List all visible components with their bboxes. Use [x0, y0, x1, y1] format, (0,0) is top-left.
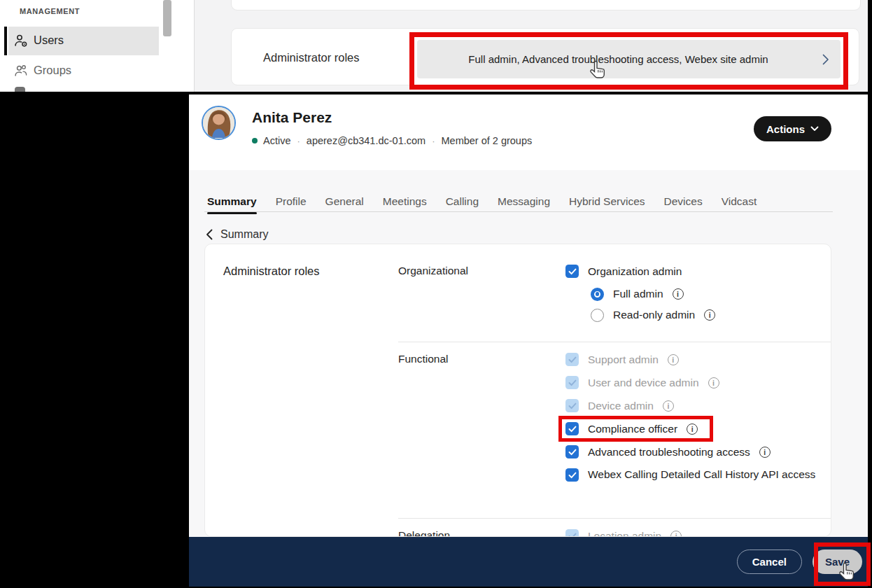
checkbox-webex-calling-detailed-call-history-api-access[interactable]: [565, 468, 579, 482]
chevron-down-icon: [810, 126, 819, 132]
option-label: Advanced troubleshooting access: [588, 446, 750, 458]
user-email: aperez@cb341.dc-01.com: [307, 135, 426, 146]
highlight-box-compliance-officer: [558, 416, 713, 442]
tab-meetings[interactable]: Meetings: [383, 195, 427, 211]
checkbox-support-admin[interactable]: [565, 353, 579, 366]
checkbox-row-location-admin: Location admini: [565, 524, 831, 537]
user-name: Anita Perez: [252, 109, 332, 126]
group-label: Delegation: [398, 524, 565, 537]
option-label: User and device admin: [588, 377, 699, 389]
checkbox-row-organization-admin: Organization admin: [565, 260, 831, 283]
radio-row-full-admin: Full admini: [591, 284, 831, 304]
info-icon[interactable]: i: [704, 309, 715, 321]
separator-dot: ·: [297, 136, 300, 146]
checkbox-device-admin[interactable]: [565, 399, 579, 412]
sidebar-scrollbar-thumb[interactable]: [163, 0, 171, 36]
option-label: Read-only admin: [613, 309, 695, 321]
tab-devices[interactable]: Devices: [664, 195, 703, 211]
tab-calling[interactable]: Calling: [446, 195, 479, 211]
separator-dot: ·: [432, 136, 435, 146]
tab-profile[interactable]: Profile: [276, 195, 307, 211]
groups-icon: [14, 64, 27, 77]
form-group-functional: FunctionalSupport adminiUser and device …: [398, 348, 831, 501]
section-divider: [398, 342, 831, 342]
sidebar-item-label: Groups: [34, 64, 71, 77]
sidebar-item-groups[interactable]: Groups: [0, 56, 162, 85]
option-label: Webex Calling Detailed Call History API …: [588, 468, 831, 482]
checkbox-row-compliance-officer: Compliance officeri: [565, 417, 831, 440]
checkbox-location-admin[interactable]: [565, 529, 579, 537]
checkbox-row-support-admin: Support admini: [565, 348, 831, 371]
administrator-roles-card: Administrator roles OrganizationalOrgani…: [204, 244, 831, 537]
info-icon[interactable]: i: [663, 400, 674, 412]
info-icon[interactable]: i: [668, 354, 679, 365]
section-divider: [398, 518, 831, 519]
user-settings-icon: [14, 34, 27, 47]
sidebar-item-selected-background: [8, 27, 159, 55]
tab-general[interactable]: General: [325, 195, 364, 211]
option-label: Organization admin: [588, 265, 682, 278]
option-label: Full admin: [613, 288, 663, 300]
info-icon[interactable]: i: [673, 288, 684, 300]
sidebar-fragment: MANAGEMENT UsersGroups: [0, 0, 194, 92]
checkbox-user-and-device-admin[interactable]: [565, 376, 579, 389]
user-status-row: Active · aperez@cb341.dc-01.com · Member…: [252, 135, 532, 146]
checkbox-row-user-and-device-admin: User and device admini: [565, 371, 831, 394]
topbar-fragment: Administrator roles Full admin, Advanced…: [195, 0, 868, 92]
radio-row-read-only-admin: Read-only admini: [591, 305, 831, 325]
form-section-label: Administrator roles: [223, 260, 398, 537]
sidebar-partial-item-icon: [15, 87, 25, 92]
form-group-organizational: OrganizationalOrganization adminFull adm…: [398, 260, 831, 325]
dialog-footer: Cancel Save: [189, 537, 868, 587]
group-label: Functional: [398, 348, 565, 501]
tab-hybrid-services[interactable]: Hybrid Services: [569, 195, 645, 211]
sidebar-item-label: Users: [34, 34, 64, 47]
back-link-summary[interactable]: Summary: [206, 228, 268, 241]
back-link-label: Summary: [220, 228, 268, 241]
checkbox-row-device-admin: Device admini: [565, 394, 831, 417]
group-rows: Support adminiUser and device adminiDevi…: [565, 348, 831, 501]
cursor-pointer-icon: [838, 562, 857, 586]
tabs: SummaryProfileGeneralMeetingsCallingMess…: [207, 195, 757, 211]
user-details-dialog: Anita Perez Active · aperez@cb341.dc-01.…: [189, 94, 868, 587]
user-groups-count: Member of 2 groups: [441, 135, 532, 146]
sidebar-section-label: MANAGEMENT: [20, 7, 80, 15]
form-group-delegation: DelegationLocation admini: [398, 524, 831, 537]
sidebar-item-users[interactable]: Users: [0, 26, 162, 55]
dialog-header: Anita Perez Active · aperez@cb341.dc-01.…: [189, 94, 868, 170]
sidebar-item-active-indicator: [4, 27, 7, 55]
actions-button-label: Actions: [766, 123, 805, 135]
status-text: Active: [263, 135, 291, 146]
tabs-underline: [204, 211, 833, 212]
tab-messaging[interactable]: Messaging: [498, 195, 550, 211]
group-label: Organizational: [398, 260, 565, 325]
option-label: Support admin: [588, 354, 659, 366]
option-label: Location admin: [588, 530, 661, 538]
avatar: [202, 106, 236, 140]
info-icon[interactable]: i: [670, 531, 682, 538]
cursor-pointer-icon: [589, 60, 607, 84]
checkbox-advanced-troubleshooting-access[interactable]: [565, 445, 579, 458]
partial-card-above: [231, 0, 861, 10]
info-icon[interactable]: i: [759, 447, 771, 458]
administrator-roles-label: Administrator roles: [263, 29, 360, 86]
highlight-box-roles-field: [409, 32, 848, 90]
group-rows: Organization adminFull adminiRead-only a…: [565, 260, 831, 325]
info-icon[interactable]: i: [708, 377, 719, 388]
checkbox-row-advanced-troubleshooting-access: Advanced troubleshooting accessi: [565, 440, 831, 463]
checkbox-organization-admin[interactable]: [565, 265, 579, 278]
tab-vidcast[interactable]: Vidcast: [722, 195, 757, 211]
radio-full-admin[interactable]: [591, 288, 604, 301]
status-dot-icon: [252, 138, 258, 144]
form-groups: OrganizationalOrganization adminFull adm…: [398, 260, 831, 537]
tab-summary[interactable]: Summary: [207, 195, 257, 211]
option-label: Device admin: [588, 400, 654, 412]
chevron-left-icon: [206, 229, 213, 240]
radio-read-only-admin[interactable]: [591, 309, 604, 322]
cancel-button[interactable]: Cancel: [737, 550, 802, 574]
group-rows: Location admini: [565, 524, 831, 537]
checkbox-row-webex-calling-detailed-call-history-api-access: Webex Calling Detailed Call History API …: [565, 468, 831, 501]
actions-button[interactable]: Actions: [754, 116, 831, 141]
